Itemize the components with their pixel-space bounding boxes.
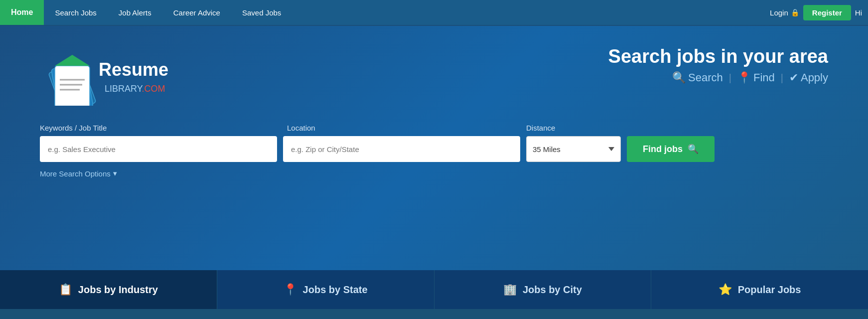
svg-text:Resume: Resume [99,59,168,80]
search-labels: Keywords / Job Title Location Distance [40,124,828,132]
check-icon: ✔ [789,71,798,84]
hero-tagline: Search jobs in your area 🔍 Search | 📍 Fi… [608,46,828,84]
tagline-find: 📍 Find [737,71,775,84]
search-row: 5 Miles 10 Miles 20 Miles 35 Miles 50 Mi… [40,136,828,162]
svg-text:LIBRARY.COM: LIBRARY.COM [105,84,165,94]
nav-login[interactable]: Login 🔒 [770,8,799,17]
search-section: Keywords / Job Title Location Distance 5… [40,124,828,178]
search-icon: 🔍 [688,144,699,155]
keywords-label: Keywords / Job Title [40,124,279,132]
nav-right: Login 🔒 Register Hi [770,0,868,25]
more-search-options[interactable]: More Search Options ▾ [40,169,828,178]
industry-icon: 📋 [59,283,72,296]
tab-jobs-by-state[interactable]: 📍 Jobs by State [217,270,434,309]
find-jobs-button[interactable]: Find jobs 🔍 [627,136,715,162]
tab-jobs-by-industry[interactable]: 📋 Jobs by Industry [0,270,217,309]
tab-popular-jobs[interactable]: ⭐ Popular Jobs [651,270,868,309]
svg-rect-2 [55,66,90,106]
lock-icon: 🔒 [791,8,799,16]
nav-saved-jobs[interactable]: Saved Jobs [231,0,292,25]
chevron-down-icon: ▾ [113,169,117,178]
resume-library-logo: Resume LIBRARY.COM [40,46,189,106]
distance-label: Distance [518,124,555,132]
nav-job-alerts[interactable]: Job Alerts [108,0,162,25]
tab-jobs-by-city[interactable]: 🏢 Jobs by City [434,270,652,309]
bottom-tabs: 📋 Jobs by Industry 📍 Jobs by State 🏢 Job… [0,270,868,309]
location-label: Location [279,124,518,132]
search-icon: 🔍 [672,71,686,84]
hero-section: Resume LIBRARY.COM Search jobs in your a… [0,26,868,270]
nav-register-button[interactable]: Register [803,5,851,20]
logo-area: Resume LIBRARY.COM [40,46,189,106]
tagline-title: Search jobs in your area [608,46,828,67]
location-input[interactable] [283,136,520,162]
main-nav: Home Search Jobs Job Alerts Career Advic… [0,0,868,26]
location-icon: 📍 [737,71,751,84]
nav-career-advice[interactable]: Career Advice [162,0,231,25]
star-icon: ⭐ [719,283,732,296]
svg-marker-6 [55,55,90,66]
tagline-subtitle: 🔍 Search | 📍 Find | ✔ Apply [608,71,828,84]
state-icon: 📍 [284,283,297,296]
tagline-apply: ✔ Apply [789,71,828,84]
nav-home[interactable]: Home [0,0,44,25]
tagline-search: 🔍 Search [672,71,723,84]
keywords-input[interactable] [40,136,277,162]
distance-select[interactable]: 5 Miles 10 Miles 20 Miles 35 Miles 50 Mi… [526,136,621,162]
city-icon: 🏢 [503,283,517,296]
nav-hi: Hi [855,8,862,17]
nav-search-jobs[interactable]: Search Jobs [44,0,107,25]
